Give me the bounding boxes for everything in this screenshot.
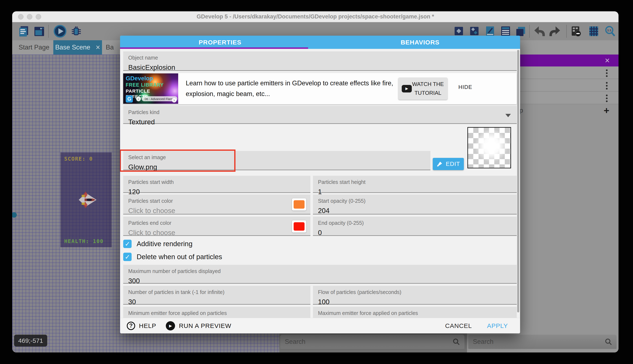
cancel-button[interactable]: CANCEL [445,322,472,330]
delete-when-out-label: Delete when out of particles [137,253,222,261]
max-particles-value: 300 [128,277,512,285]
object-options-icon[interactable] [606,94,607,102]
start-color-value: Click to choose [128,207,305,215]
watch-tutorial-label: WATCH THE TUTORIAL [412,80,444,97]
cursor-coordinates-badge: 469;-571 [14,335,47,346]
zoom-1-1-icon: 1:1 [604,25,616,38]
events-search-input[interactable] [285,338,453,346]
active-tab-indicator [120,48,308,49]
object-options-icon[interactable] [606,70,607,77]
zoom-ratio-label: 1:1 [607,29,611,32]
additive-rendering-checkbox[interactable]: ✓ [123,240,132,248]
tank-value: 30 [128,298,305,306]
toggle-mask-button[interactable] [570,25,582,37]
run-preview-label: RUN A PREVIEW [179,322,231,330]
min-force-label: Minimum emitter force applied on particl… [128,310,305,316]
object-options-icon[interactable] [606,82,607,90]
close-tab-icon[interactable]: × [96,44,100,51]
tab-start-page[interactable]: Start Page [16,40,52,54]
tank-label: Number of particles in tank (-1 for infi… [128,289,305,295]
zoom-original-button[interactable]: 1:1 [604,25,616,37]
end-opacity-label: End opacity (0-255) [318,220,512,226]
start-width-field[interactable]: Particles start width 120 [123,176,310,193]
search-icon [453,338,460,345]
tutorial-text: Learn how to use particle emitters in GD… [186,78,412,99]
redo-button[interactable] [549,25,562,37]
delete-when-out-checkbox[interactable]: ✓ [123,253,132,261]
scene-window-icon [33,25,45,37]
tab-behaviors[interactable]: BEHAVIORS [320,36,520,49]
debug-button[interactable] [70,25,82,37]
panel-drag-handle[interactable] [12,212,17,218]
dialog-scrollbar[interactable] [517,50,519,312]
start-color-swatch [294,200,304,209]
additive-rendering-label: Additive rendering [137,240,192,248]
game-window-bounds: SCORE: 0 HEALTH: 100 [61,152,112,247]
traffic-lights [18,11,41,22]
grid-icon [588,25,600,37]
start-height-field[interactable]: Particles start height 1 [313,176,517,193]
desktop-background: GDevelop 5 - /Users/dkarakay/Documents/G… [0,0,633,364]
min-force-field[interactable]: Minimum emitter force applied on particl… [123,307,310,318]
max-force-field[interactable]: Maximum emitter force applied on particl… [313,307,517,318]
tab-properties-label: PROPERTIES [199,39,241,46]
flow-field[interactable]: Flow of particles (particles/seconds) 10… [313,286,517,305]
thumb-subtitle: FREE LIBRARY [126,82,164,88]
watch-tutorial-button[interactable]: ▶ WATCH THE TUTORIAL [398,78,447,100]
project-manager-button[interactable] [18,25,30,37]
particles-kind-label: Particles kind [128,109,512,115]
tutorial-banner: GDevelop FREE LIBRARY PARTICLE EFFECTS G… [123,73,517,104]
tab-label: Base Scene [55,44,90,51]
object-name-label: Object name [128,55,512,61]
tab-base-scene[interactable]: Base Scene × [53,40,102,54]
particles-kind-select[interactable]: Particles kind Textured [123,106,517,124]
help-button[interactable]: ? HELP [127,322,156,330]
tab-label: Ba [106,44,114,51]
minimize-window-button[interactable] [27,14,32,20]
end-color-swatch-button[interactable] [292,220,306,232]
tank-field[interactable]: Number of particles in tank (-1 for infi… [123,286,310,305]
tab-properties[interactable]: PROPERTIES [120,36,320,49]
close-panel-icon[interactable]: × [605,56,610,65]
debug-bug-icon [70,25,82,37]
player-ship-sprite[interactable] [76,189,99,210]
flow-value: 100 [318,298,512,306]
object-properties-dialog: PROPERTIES BEHAVIORS Object name BasicEx… [120,36,520,334]
edit-image-button[interactable]: EDIT [433,158,464,170]
check-icon: ✓ [125,253,130,261]
open-scene-button[interactable] [33,25,45,37]
additive-rendering-row: ✓ Additive rendering [123,238,192,249]
max-particles-field[interactable]: Maximum number of particles displayed 30… [123,265,517,284]
health-text: HEALTH: 100 [64,238,104,244]
zoom-window-button[interactable] [36,14,41,20]
undo-button[interactable] [533,25,545,37]
toolbar-divider [48,25,49,38]
run-preview-footer-button[interactable]: ▶ RUN A PREVIEW [166,321,231,330]
tab-label: Start Page [19,44,49,51]
run-preview-button[interactable] [53,25,67,37]
close-window-button[interactable] [18,14,24,20]
objects-search-input[interactable] [473,338,605,346]
add-group-icon[interactable]: + [604,106,609,115]
score-text: SCORE: 0 [64,156,93,162]
start-color-field[interactable]: Particles start color Click to choose [123,194,310,214]
play-icon: ▶ [166,321,175,330]
tab-behaviors-label: BEHAVIORS [401,39,440,46]
toolbar-divider [566,25,567,38]
apply-button[interactable]: APPLY [487,322,508,330]
start-opacity-field[interactable]: Start opacity (0-255) 204 [313,194,517,214]
tutorial-video-thumbnail[interactable]: GDevelop FREE LIBRARY PARTICLE EFFECTS G… [123,74,178,104]
edit-button-label: EDIT [446,160,460,167]
end-color-field[interactable]: Particles end color Click to choose [123,216,310,236]
end-opacity-field[interactable]: End opacity (0-255) 0 [313,216,517,236]
dropdown-caret-icon [505,114,511,117]
dialog-tab-bar: PROPERTIES BEHAVIORS [120,36,520,49]
gdevelop-logo: G [126,96,133,102]
object-name-value: BasicExplosion [128,64,512,72]
hide-banner-button[interactable]: HIDE [458,84,472,90]
start-opacity-label: Start opacity (0-255) [318,198,512,204]
start-color-swatch-button[interactable] [292,198,306,210]
end-color-value: Click to choose [128,229,305,237]
toggle-grid-button[interactable] [588,25,600,37]
object-name-field[interactable]: Object name BasicExplosion [123,51,517,71]
